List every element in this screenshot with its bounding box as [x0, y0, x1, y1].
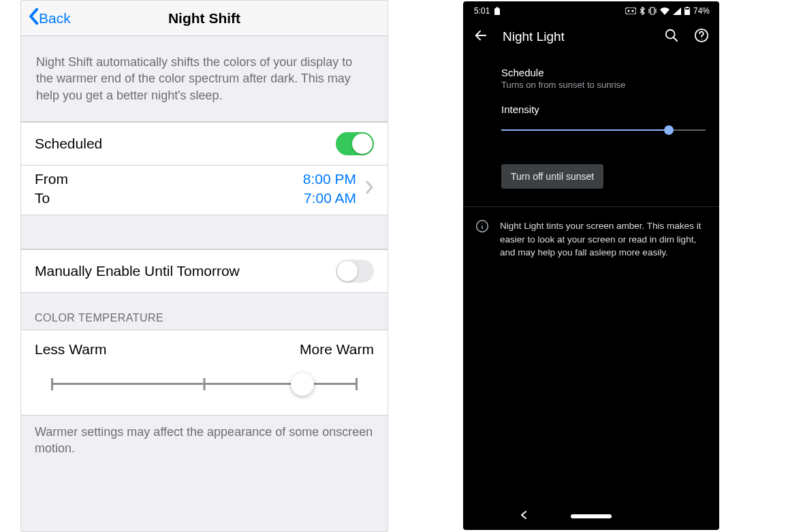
footer-note: Warmer settings may affect the appearanc… — [21, 416, 388, 465]
description-text: Night Shift automatically shifts the col… — [21, 36, 388, 122]
status-time: 5:01 — [474, 6, 490, 16]
page-title: Night Light — [503, 29, 650, 44]
from-label: From — [35, 171, 303, 187]
intensity-label: Intensity — [501, 104, 706, 115]
chevron-left-icon — [518, 511, 529, 522]
color-temperature-section: Less Warm More Warm — [21, 330, 388, 416]
vr-icon — [625, 7, 636, 14]
back-button[interactable] — [473, 29, 489, 45]
vibrate-icon — [648, 7, 657, 15]
info-icon — [475, 219, 489, 260]
nav-back-button[interactable] — [518, 510, 529, 523]
svg-rect-8 — [684, 10, 689, 15]
page-title: Night Shift — [21, 10, 388, 27]
scheduled-row: Scheduled — [21, 122, 388, 166]
system-nav-bar — [463, 503, 719, 530]
wifi-icon — [660, 7, 669, 15]
svg-point-2 — [631, 10, 633, 12]
info-section: Night Light tints your screen amber. Thi… — [463, 207, 719, 260]
chevron-left-icon — [28, 7, 39, 29]
svg-rect-0 — [625, 7, 636, 14]
arrow-left-icon — [473, 28, 488, 46]
help-icon — [694, 28, 709, 46]
status-bar: 5:01 — [463, 1, 719, 19]
turn-off-until-sunset-button[interactable]: Turn off until sunset — [501, 164, 603, 189]
signal-icon — [673, 7, 681, 15]
schedule-time-row[interactable]: From To 8:00 PM 7:00 AM — [21, 166, 388, 215]
search-icon — [664, 28, 679, 46]
to-value: 7:00 AM — [303, 190, 356, 206]
bluetooth-icon — [640, 7, 645, 15]
manual-enable-label: Manually Enable Until Tomorrow — [35, 263, 240, 279]
section-gap — [21, 215, 388, 249]
more-warm-label: More Warm — [300, 341, 374, 358]
nav-home-button[interactable] — [571, 514, 612, 518]
scheduled-toggle[interactable] — [336, 132, 374, 155]
less-warm-label: Less Warm — [35, 341, 106, 358]
battery-text: 74% — [693, 6, 710, 16]
intensity-row: Intensity — [501, 104, 706, 138]
svg-point-16 — [482, 223, 482, 224]
svg-point-13 — [701, 39, 702, 40]
manual-enable-row: Manually Enable Until Tomorrow — [21, 249, 388, 293]
chevron-right-icon — [366, 181, 374, 197]
app-bar: Night Light — [463, 19, 719, 54]
search-button[interactable] — [663, 29, 680, 45]
slider-thumb[interactable] — [664, 125, 674, 135]
back-button[interactable]: Back — [21, 7, 71, 29]
info-text: Night Light tints your screen amber. Thi… — [500, 219, 706, 260]
color-temperature-header: COLOR TEMPERATURE — [21, 293, 388, 330]
from-value: 8:00 PM — [303, 171, 356, 187]
svg-rect-3 — [650, 7, 655, 14]
ios-night-shift-screen: Back Night Shift Night Shift automatical… — [20, 0, 388, 532]
to-label: To — [35, 190, 303, 206]
notification-icon — [494, 7, 501, 15]
intensity-slider[interactable] — [501, 122, 706, 138]
ios-nav-bar: Back Night Shift — [21, 1, 388, 36]
help-button[interactable] — [693, 29, 710, 45]
svg-line-11 — [674, 37, 678, 42]
color-temperature-slider[interactable] — [51, 373, 358, 396]
manual-enable-toggle[interactable] — [336, 260, 374, 283]
battery-icon — [684, 7, 690, 15]
schedule-label: Schedule — [501, 67, 706, 78]
back-label: Back — [39, 10, 71, 27]
slider-thumb[interactable] — [291, 373, 314, 396]
scheduled-label: Scheduled — [35, 136, 102, 152]
schedule-row[interactable]: Schedule Turns on from sunset to sunrise — [501, 67, 706, 90]
schedule-value: Turns on from sunset to sunrise — [501, 80, 706, 90]
svg-point-1 — [627, 10, 629, 12]
android-night-light-screen: 5:01 — [463, 1, 719, 530]
